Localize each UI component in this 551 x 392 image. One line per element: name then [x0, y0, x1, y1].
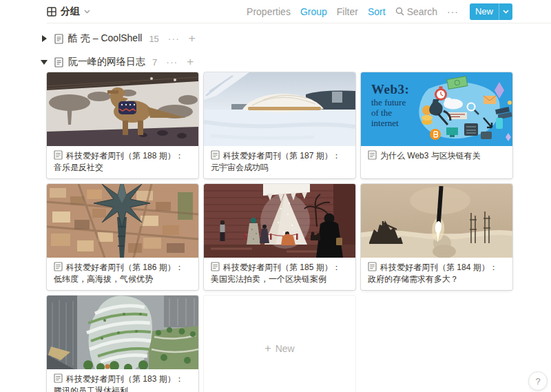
- document-icon: [54, 150, 63, 160]
- gallery-card[interactable]: 科技爱好者周刊（第 185 期）：美国宪法拍卖，一个区块链案例: [204, 184, 355, 290]
- group-add-button[interactable]: +: [189, 34, 196, 43]
- new-card-button[interactable]: + New: [204, 296, 355, 392]
- group-count: 15: [149, 34, 158, 44]
- card-title-row: 科技爱好者周刊（第 187 期）：元宇宙会成功吗: [204, 146, 355, 176]
- card-title-row: 科技爱好者周刊（第 183 期）：腾讯的员工退休福利: [47, 369, 198, 392]
- document-icon: [211, 150, 220, 160]
- filter-button[interactable]: Filter: [337, 6, 358, 17]
- triangle-right-icon: [42, 35, 47, 42]
- new-button-label: New: [470, 3, 499, 20]
- document-icon: [368, 150, 377, 160]
- question-mark-icon: ?: [535, 376, 540, 386]
- group-more-button[interactable]: ···: [166, 56, 178, 68]
- card-title-row: 科技爱好者周刊（第 186 期）：低纬度，高海拔，气候优势: [47, 258, 198, 288]
- page-icon: [54, 34, 63, 44]
- chevron-down-icon: [503, 10, 509, 14]
- gallery-card[interactable]: 科技爱好者周刊（第 187 期）：元宇宙会成功吗: [204, 72, 355, 178]
- document-icon: [54, 262, 63, 271]
- card-cover-caption: Web3: the future of the internet: [371, 82, 409, 128]
- card-title: 科技爱好者周刊（第 186 期）：低纬度，高海拔，气候优势: [54, 262, 184, 284]
- group-header-ruanyifeng: 阮一峰的网络日志 7 ··· +: [39, 53, 551, 71]
- view-title: 分组: [61, 6, 80, 18]
- group-name[interactable]: 酷 壳 – CoolShell: [68, 32, 142, 45]
- group-more-button[interactable]: ···: [168, 33, 180, 44]
- gallery-grid: 科技爱好者周刊（第 188 期）：音乐是反社交: [47, 72, 512, 392]
- card-title: 科技爱好者周刊（第 184 期）：政府的存储需求有多大？: [368, 262, 498, 284]
- document-icon: [211, 262, 220, 271]
- card-cover-plaza-teepee: [204, 184, 355, 258]
- properties-button[interactable]: Properties: [247, 6, 291, 17]
- new-button-dropdown[interactable]: [499, 3, 512, 20]
- document-icon: [368, 262, 377, 271]
- card-cover-web3: Web3: the future of the internet: [361, 72, 512, 146]
- toolbar-actions: Properties Group Filter Sort Search ··· …: [247, 3, 512, 20]
- card-title: 科技爱好者周刊（第 185 期）：美国宪法拍卖，一个区块链案例: [211, 262, 341, 284]
- card-cover-city-star: [47, 184, 198, 258]
- gallery-card[interactable]: 科技爱好者周刊（第 184 期）：政府的存储需求有多大？: [361, 184, 512, 290]
- card-cover-snow-dome: [204, 72, 355, 146]
- view-toolbar: 分组 Properties Group Filter Sort Search ·…: [0, 0, 551, 23]
- card-title: 为什么 Web3 与区块链有关: [380, 151, 481, 161]
- sort-button[interactable]: Sort: [368, 6, 386, 17]
- group-button[interactable]: Group: [300, 6, 327, 17]
- group-add-button[interactable]: +: [187, 57, 194, 67]
- group-count: 7: [152, 57, 157, 68]
- gallery-card[interactable]: 科技爱好者周刊（第 186 期）：低纬度，高海拔，气候优势: [47, 184, 198, 290]
- card-title: 科技爱好者周刊（第 183 期）：腾讯的员工退休福利: [54, 374, 184, 392]
- group-collapse-toggle[interactable]: [39, 35, 50, 42]
- page-icon: [54, 57, 63, 68]
- group-name[interactable]: 阮一峰的网络日志: [68, 56, 145, 68]
- card-cover-trex-museum: [47, 72, 198, 146]
- more-options-button[interactable]: ···: [447, 6, 459, 17]
- plus-icon: +: [264, 342, 271, 355]
- gallery-card[interactable]: 科技爱好者周刊（第 188 期）：音乐是反社交: [47, 72, 198, 178]
- toolbar-divider: [47, 23, 551, 23]
- card-cover-rocket: [361, 184, 512, 258]
- search-button[interactable]: Search: [395, 6, 437, 17]
- group-collapse-toggle[interactable]: [39, 60, 50, 65]
- gallery-card[interactable]: Web3: the future of the internet 为什么 Web…: [361, 72, 512, 178]
- gallery-view-page: 分组 Properties Group Filter Sort Search ·…: [0, 0, 551, 392]
- chevron-down-icon: [84, 10, 90, 14]
- card-title: 科技爱好者周刊（第 188 期）：音乐是反社交: [54, 151, 184, 172]
- cover-heading: Web3:: [371, 82, 409, 97]
- document-icon: [54, 373, 63, 383]
- card-title: 科技爱好者周刊（第 187 期）：元宇宙会成功吗: [211, 151, 341, 172]
- group-header-coolshell: 酷 壳 – CoolShell 15 ··· +: [39, 30, 551, 48]
- view-switcher[interactable]: 分组: [47, 6, 90, 18]
- triangle-down-icon: [41, 60, 48, 65]
- new-button[interactable]: New: [470, 3, 512, 20]
- card-title-row: 科技爱好者周刊（第 185 期）：美国宪法拍卖，一个区块链案例: [204, 258, 355, 288]
- new-card-label: New: [276, 343, 295, 354]
- help-button[interactable]: ?: [528, 371, 548, 391]
- gallery-card[interactable]: 科技爱好者周刊（第 183 期）：腾讯的员工退休福利: [47, 296, 198, 392]
- search-icon: [395, 7, 404, 16]
- card-cover-helix-building: [47, 296, 198, 369]
- empty-grid-cell: [361, 296, 512, 392]
- card-title-row: 科技爱好者周刊（第 184 期）：政府的存储需求有多大？: [361, 258, 512, 288]
- gallery-view-icon: [47, 7, 56, 17]
- card-title-row: 科技爱好者周刊（第 188 期）：音乐是反社交: [47, 146, 198, 176]
- search-label: Search: [407, 6, 437, 17]
- card-title-row: 为什么 Web3 与区块链有关: [361, 146, 512, 165]
